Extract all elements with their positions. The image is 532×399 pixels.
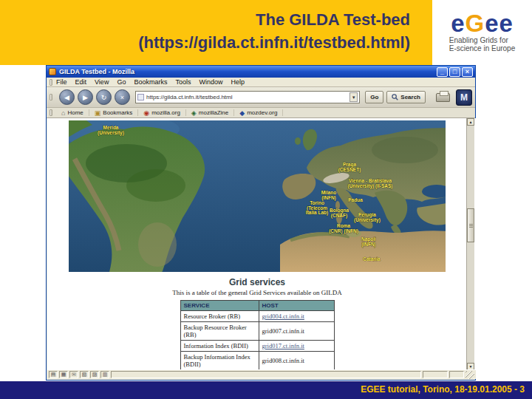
navigation-toolbar: ◀▶↻× ▼ Go Search M bbox=[47, 87, 475, 108]
bookmark-item[interactable]: ◈ mozillaZine bbox=[186, 109, 234, 116]
service-cell: Information Index (BDII) bbox=[180, 341, 259, 352]
mozilla-logo[interactable]: M bbox=[456, 89, 472, 106]
status-icon[interactable]: ▥ bbox=[100, 371, 109, 378]
map-site-label: (CNR) (INFN) bbox=[329, 228, 358, 234]
titlebar[interactable]: GILDA Testbed - Mozilla _□× bbox=[47, 66, 475, 78]
window-buttons: _□× bbox=[437, 67, 473, 77]
vertical-scrollbar[interactable]: ▲ ▼ bbox=[466, 118, 474, 370]
bookmark-icon: ◈ bbox=[191, 110, 197, 116]
search-button[interactable]: Search bbox=[386, 91, 426, 103]
map-site-label: Italia Lab) bbox=[306, 210, 328, 216]
menu-item[interactable]: Tools bbox=[175, 78, 191, 86]
logo-tagline: Enabling Grids for E-science in Europe bbox=[449, 36, 516, 52]
table-row: Resource Broker (RB) grid004.ct.infn.it bbox=[180, 311, 334, 322]
bookmark-label: mozdev.org bbox=[247, 109, 277, 116]
menu-item[interactable]: Window bbox=[199, 78, 222, 86]
logo-letter: G bbox=[465, 10, 485, 37]
printer-icon[interactable] bbox=[436, 93, 450, 102]
table-row: Backup Resource Broker (RB) grid007.ct.i… bbox=[180, 322, 334, 341]
bookmark-icon: ⌂ bbox=[61, 110, 65, 116]
bookmark-label: mozillaZine bbox=[199, 109, 228, 116]
host-cell[interactable]: grid004.ct.infn.it bbox=[259, 311, 334, 322]
toolbar-grippy[interactable] bbox=[50, 94, 52, 100]
grid-services-heading: Grid services bbox=[47, 277, 467, 287]
resize-grip[interactable] bbox=[466, 371, 474, 379]
logo-letter: e bbox=[485, 10, 499, 37]
bookmark-item[interactable]: ◆ mozdev.org bbox=[234, 109, 283, 116]
menubar: FileEditViewGoBookmarksToolsWindowHelp bbox=[47, 78, 475, 87]
bookmark-item[interactable]: ◉ mozilla.org bbox=[138, 109, 186, 116]
window-title: GILDA Testbed - Mozilla bbox=[59, 68, 434, 75]
menu-item[interactable]: View bbox=[95, 78, 109, 86]
personal-toolbar: ⌂ Home ▣ Bookmarks ◉ mozilla.org ◈ mozil… bbox=[47, 108, 475, 118]
window-control-button[interactable]: □ bbox=[449, 67, 460, 77]
table-row: Backup Information Index (BDII) grid008.… bbox=[180, 352, 334, 370]
bookmark-page-icon bbox=[137, 94, 144, 100]
table-header-service: SERVICE bbox=[180, 301, 259, 311]
slide-title-line2: (https://gilda.ct.infn.it/testbed.html) bbox=[138, 31, 410, 54]
logo-letter: e bbox=[499, 10, 514, 37]
bookmark-items: ⌂ Home ▣ Bookmarks ◉ mozilla.org ◈ mozil… bbox=[56, 109, 283, 116]
status-icon[interactable]: ▨ bbox=[90, 371, 99, 378]
scroll-up-button[interactable]: ▲ bbox=[467, 118, 474, 126]
host-cell[interactable]: grid008.ct.infn.it bbox=[259, 352, 334, 370]
status-icon[interactable]: ▤ bbox=[49, 371, 58, 378]
slide: The GILDA Test-bed (https://gilda.ct.inf… bbox=[0, 0, 532, 399]
nav-button[interactable]: × bbox=[115, 89, 130, 105]
nav-button[interactable]: ◀ bbox=[59, 89, 75, 105]
menu-items: FileEditViewGoBookmarksToolsWindowHelp bbox=[56, 78, 253, 86]
nav-button[interactable]: ▶ bbox=[78, 89, 93, 105]
bookmark-item[interactable]: ⌂ Home bbox=[56, 109, 89, 116]
table-header-row: SERVICE HOST bbox=[180, 301, 334, 311]
bookmark-icon: ◉ bbox=[143, 110, 149, 116]
logo-tagline-line1: Enabling Grids for bbox=[449, 36, 516, 44]
map-site-label: (INFN) bbox=[361, 242, 376, 248]
url-dropdown-icon[interactable]: ▼ bbox=[349, 92, 358, 102]
map-site-label: (University) bbox=[354, 217, 381, 223]
map-site-label: (University) (II-SAS) bbox=[347, 183, 392, 189]
url-bar[interactable]: ▼ bbox=[135, 91, 360, 103]
menu-item[interactable]: Edit bbox=[75, 78, 87, 86]
egee-logo: eGee Enabling Grids for E-science in Eur… bbox=[432, 0, 532, 65]
table-body: Resource Broker (RB) grid004.ct.infn.it … bbox=[180, 311, 334, 371]
browser-window: GILDA Testbed - Mozilla _□× FileEditView… bbox=[46, 65, 476, 381]
menu-item[interactable]: File bbox=[56, 78, 67, 86]
window-control-button[interactable]: × bbox=[462, 67, 473, 77]
go-label: Go bbox=[370, 94, 378, 100]
site-map: Merida(University)Praga(CESNET)Vienna - … bbox=[69, 120, 446, 272]
host-cell[interactable]: grid017.ct.infn.it bbox=[259, 341, 334, 352]
go-button[interactable]: Go bbox=[365, 91, 383, 103]
status-icon[interactable]: ▦ bbox=[59, 371, 68, 378]
services-table: SERVICE HOST Resource Broker (RB) grid00… bbox=[180, 300, 335, 370]
table-header-host: HOST bbox=[259, 301, 334, 311]
status-icon[interactable]: ✉ bbox=[69, 371, 78, 378]
footer-bar: EGEE tutorial, Torino, 18-19.01.2005 - 3 bbox=[0, 381, 532, 399]
content-area: Merida(University)Praga(CESNET)Vienna - … bbox=[47, 118, 476, 370]
window-icon bbox=[49, 68, 56, 75]
search-label: Search bbox=[400, 94, 420, 100]
menu-item[interactable]: Help bbox=[231, 78, 245, 86]
bookmark-label: mozilla.org bbox=[151, 109, 180, 116]
bookmark-item[interactable]: ▣ Bookmarks bbox=[89, 109, 139, 116]
slide-title-line1: The GILDA Test-bed bbox=[138, 8, 410, 31]
status-icon[interactable]: ▧ bbox=[80, 371, 89, 378]
services-description: This is a table of the general Grid Serv… bbox=[47, 289, 467, 296]
host-cell[interactable]: grid007.ct.infn.it bbox=[259, 322, 334, 341]
status-bar: ▤▦✉▧▨▥ bbox=[47, 369, 476, 379]
bookmark-label: Home bbox=[67, 109, 83, 116]
toolbar-grippy[interactable] bbox=[50, 79, 52, 86]
nav-button[interactable]: ↻ bbox=[96, 89, 112, 105]
url-input[interactable] bbox=[146, 94, 347, 100]
service-cell: Backup Resource Broker (RB) bbox=[180, 322, 259, 341]
status-segment bbox=[449, 371, 464, 378]
status-message-field bbox=[111, 371, 421, 378]
menu-item[interactable]: Go bbox=[117, 78, 126, 86]
window-control-button[interactable]: _ bbox=[437, 67, 448, 77]
logo-letter: e bbox=[451, 10, 465, 37]
search-icon bbox=[392, 94, 398, 100]
toolbar-grippy[interactable] bbox=[50, 109, 52, 116]
menu-item[interactable]: Bookmarks bbox=[134, 78, 167, 86]
logo-tagline-line2: E-science in Europe bbox=[449, 44, 516, 52]
scroll-thumb[interactable] bbox=[467, 208, 474, 242]
map-site-label: (CESNET) bbox=[338, 167, 361, 173]
